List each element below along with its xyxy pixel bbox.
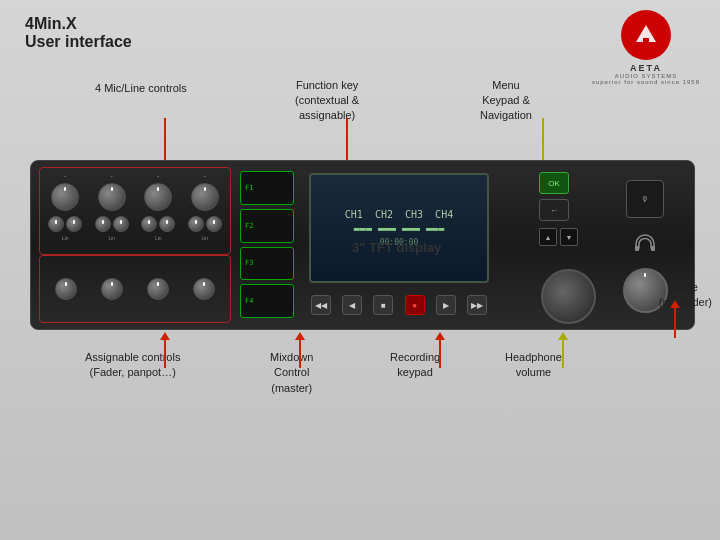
nav-ok-btn[interactable]: OK bbox=[539, 172, 569, 194]
tft-display-label: 3" TFT display bbox=[352, 240, 441, 255]
ch1-knob2[interactable] bbox=[48, 216, 64, 232]
transport-ff-btn[interactable]: ▶▶ bbox=[467, 295, 487, 315]
fader4-knob[interactable] bbox=[193, 278, 215, 300]
fader-section bbox=[39, 255, 231, 323]
svg-rect-3 bbox=[651, 246, 655, 251]
recording-arrow bbox=[435, 332, 445, 368]
recording-label: Recording keypad bbox=[390, 350, 440, 381]
logo-subtagline: superior for sound since 1958 bbox=[592, 79, 700, 85]
ch4-knob3[interactable] bbox=[206, 216, 222, 232]
mixdown-label: Mixdown Control (master) bbox=[270, 350, 313, 396]
nav-back-btn[interactable]: ← bbox=[539, 199, 569, 221]
slate-label: Slate (mic order) bbox=[659, 280, 712, 311]
nav-up-btn[interactable]: ▲ bbox=[539, 228, 557, 246]
ch2-knob3[interactable] bbox=[113, 216, 129, 232]
ch2-knob2[interactable] bbox=[95, 216, 111, 232]
function-keys-section: F1 F2 F3 F4 bbox=[237, 167, 297, 322]
ch2-knob-group: - Lin bbox=[90, 173, 135, 252]
logo-circle bbox=[621, 10, 671, 60]
transport-rewind-btn[interactable]: ◀◀ bbox=[311, 295, 331, 315]
headphone-icon bbox=[630, 231, 660, 255]
headphone-label: Headphone volume bbox=[505, 350, 562, 381]
ch3-gain-knob[interactable] bbox=[144, 183, 172, 211]
ch4-gain-knob[interactable] bbox=[191, 183, 219, 211]
slate-arrow bbox=[670, 300, 680, 338]
ch1-gain-knob[interactable] bbox=[51, 183, 79, 211]
main-container: 4Min.X User interface AETA AUDIO SYSTEMS… bbox=[0, 0, 720, 540]
ch4-knob2[interactable] bbox=[188, 216, 204, 232]
headphone-arrow bbox=[558, 332, 568, 368]
fader2-knob[interactable] bbox=[101, 278, 123, 300]
fader1-knob[interactable] bbox=[55, 278, 77, 300]
mixdown-arrow bbox=[295, 332, 305, 368]
title-line2: User interface bbox=[25, 33, 132, 51]
ch3-knob3[interactable] bbox=[159, 216, 175, 232]
fkey-f3[interactable]: F3 bbox=[240, 247, 294, 281]
svg-rect-2 bbox=[635, 246, 639, 251]
display-inner: CH1 CH2 CH3 CH4 ▬▬▬ ▬▬▬ ▬▬▬ ▬▬▬ 00:00:00 bbox=[311, 175, 487, 281]
tft-display: CH1 CH2 CH3 CH4 ▬▬▬ ▬▬▬ ▬▬▬ ▬▬▬ 00:00:00 bbox=[309, 173, 489, 283]
ch1-knob3[interactable] bbox=[66, 216, 82, 232]
logo-brand: AETA bbox=[592, 63, 700, 73]
fkey-f1[interactable]: F1 bbox=[240, 171, 294, 205]
transport-play-btn[interactable]: ▶ bbox=[436, 295, 456, 315]
mic-top-section: - Lin - Lin - bbox=[39, 167, 231, 255]
svg-rect-1 bbox=[643, 38, 649, 42]
nav-wheel[interactable] bbox=[541, 264, 596, 319]
mic-controls-label: 4 Mic/Line controls bbox=[95, 82, 187, 94]
transport-back-btn[interactable]: ◀ bbox=[342, 295, 362, 315]
transport-stop-btn[interactable]: ■ bbox=[373, 295, 393, 315]
ch2-gain-knob[interactable] bbox=[98, 183, 126, 211]
title-line1: 4Min.X bbox=[25, 15, 132, 33]
fader3-knob[interactable] bbox=[147, 278, 169, 300]
ch3-knob2[interactable] bbox=[141, 216, 157, 232]
menu-nav-label: Menu Keypad & Navigation bbox=[480, 78, 532, 123]
transport-record-btn[interactable]: ● bbox=[405, 295, 425, 315]
fkey-f4[interactable]: F4 bbox=[240, 284, 294, 318]
logo-area: AETA AUDIO SYSTEMS superior for sound si… bbox=[592, 10, 700, 85]
ch4-knob-group: - Lin bbox=[183, 173, 228, 252]
header: 4Min.X User interface bbox=[25, 15, 132, 51]
ch1-knob-group: - Lin bbox=[43, 173, 88, 252]
ch3-knob-group: - Lin bbox=[136, 173, 181, 252]
function-key-label: Function key (contextual & assignable) bbox=[295, 78, 359, 123]
slate-button[interactable]: 🎙 bbox=[626, 180, 664, 218]
fkey-f2[interactable]: F2 bbox=[240, 209, 294, 243]
transport-section: ◀◀ ◀ ■ ● ▶ ▶▶ bbox=[305, 289, 493, 321]
assignable-arrow bbox=[160, 332, 170, 368]
nav-down-btn[interactable]: ▼ bbox=[560, 228, 578, 246]
aeta-logo-icon bbox=[631, 20, 661, 50]
nav-buttons-section: OK ← ▲ ▼ bbox=[536, 169, 596, 269]
